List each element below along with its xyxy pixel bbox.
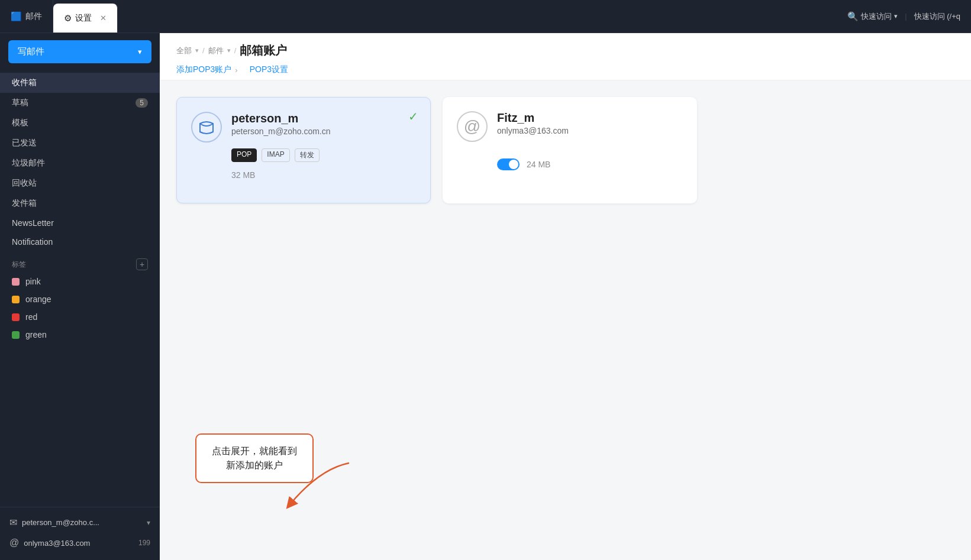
quick-access-label: 快速访问 (861, 11, 892, 22)
subnav-pop3-settings[interactable]: POP3设置 (250, 64, 288, 80)
breadcrumb-current: 邮箱账户 (240, 43, 287, 59)
sep1: / (202, 46, 205, 55)
card-header-peterson: peterson_m peterson_m@zoho.com.cn (191, 112, 416, 143)
account-163-badge: 199 (138, 539, 150, 547)
label-red[interactable]: red (0, 308, 160, 326)
sidebar-item-spam[interactable]: 垃圾邮件 (0, 153, 160, 173)
chevron-down-icon: ▾ (195, 47, 199, 54)
tags-section-label: 标签 (12, 260, 26, 270)
account-zoho[interactable]: ✉ peterson_m@zoho.c... ▾ (0, 512, 160, 533)
tag-forward[interactable]: 转发 (295, 148, 320, 162)
account-card-fitz[interactable]: @ Fitz_m onlyma3@163.com 24 MB (443, 97, 697, 203)
check-icon: ✓ (408, 109, 418, 124)
card-tags-peterson: POP IMAP 转发 (231, 148, 416, 162)
account-163[interactable]: @ onlyma3@163.com 199 (0, 533, 160, 553)
subnav-add-pop3[interactable]: 添加POP3账户 › (176, 64, 238, 80)
quick-access-area: 🔍 快速访问 ▾ | 快速访问 (/+q (837, 0, 971, 33)
label-red-text: red (25, 312, 37, 322)
breadcrumb-mail[interactable]: 邮件 (208, 46, 224, 56)
subnav-arrow-icon: › (235, 66, 237, 75)
sep2: / (234, 46, 237, 55)
drafts-badge: 5 (136, 98, 148, 108)
tooltip-arrow (272, 463, 355, 513)
at-account-icon: @ (9, 538, 19, 548)
label-orange[interactable]: orange (0, 290, 160, 308)
storage-peterson: 32 MB (231, 170, 255, 180)
orange-color-dot (12, 296, 20, 303)
sidebar-item-templates-label: 模板 (12, 118, 28, 128)
main-layout: 写邮件 ▾ 收件箱 草稿 5 模板 已发送 垃圾邮件 回收站 发件箱 NewsL… (0, 33, 971, 560)
sidebar-item-drafts-label: 草稿 (12, 98, 28, 108)
subnav-add-pop3-label: 添加POP3账户 (176, 64, 231, 75)
avatar-peterson (191, 112, 222, 143)
tab-settings-label: 设置 (75, 13, 92, 24)
subnav: 添加POP3账户 › POP3设置 (160, 59, 971, 80)
sidebar-item-notification-label: Notification (12, 237, 53, 247)
account-163-label: onlyma3@163.com (24, 539, 90, 548)
card-email-peterson: peterson_m@zoho.com.cn (231, 127, 416, 136)
tag-pop[interactable]: POP (231, 148, 257, 162)
sidebar-item-newsletter-label: NewsLetter (12, 218, 54, 228)
chevron-down-icon: ▾ (894, 12, 898, 20)
tab-mail-label: 邮件 (25, 11, 42, 22)
settings-icon: ⚙ (64, 13, 72, 24)
label-green[interactable]: green (0, 326, 160, 344)
card-name-peterson: peterson_m (231, 112, 416, 125)
card-email-fitz: onlyma3@163.com (497, 126, 683, 135)
sidebar-item-newsletter[interactable]: NewsLetter (0, 213, 160, 232)
green-color-dot (12, 331, 20, 339)
topbar: 🟦 邮件 ⚙ 设置 ✕ 🔍 快速访问 ▾ | 快速访问 (/+q (0, 0, 971, 33)
compose-arrow-icon: ▾ (138, 47, 142, 56)
label-pink-text: pink (25, 277, 41, 286)
sidebar-item-sent-label: 已发送 (12, 138, 37, 148)
mail-icon: 🟦 (11, 11, 22, 22)
cards-area: peterson_m peterson_m@zoho.com.cn ✓ POP … (160, 80, 971, 560)
avatar-fitz: @ (457, 111, 488, 142)
tab-mail[interactable]: 🟦 邮件 (0, 0, 53, 33)
label-pink[interactable]: pink (0, 273, 160, 290)
card-info-fitz: Fitz_m onlyma3@163.com (497, 111, 683, 135)
sidebar-item-trash-label: 回收站 (12, 178, 37, 189)
label-orange-text: orange (25, 294, 51, 304)
sidebar-item-inbox-label: 收件箱 (12, 77, 37, 88)
breadcrumb-all[interactable]: 全部 (176, 46, 192, 56)
sidebar-bottom: ✉ peterson_m@zoho.c... ▾ @ onlyma3@163.c… (0, 507, 160, 553)
sidebar-item-inbox[interactable]: 收件箱 (0, 73, 160, 93)
sidebar-item-spam-label: 垃圾邮件 (12, 158, 45, 169)
sidebar-item-sent[interactable]: 已发送 (0, 133, 160, 153)
sidebar-item-trash[interactable]: 回收站 (0, 173, 160, 193)
card-storage-fitz: 24 MB (497, 158, 683, 170)
sidebar-item-outbox[interactable]: 发件箱 (0, 193, 160, 213)
quick-access-button[interactable]: 快速访问 ▾ (861, 11, 898, 22)
tab-settings[interactable]: ⚙ 设置 ✕ (53, 4, 118, 33)
compose-label: 写邮件 (18, 46, 44, 57)
tags-section: 标签 + (0, 251, 160, 273)
red-color-dot (12, 313, 20, 321)
tag-imap[interactable]: IMAP (262, 148, 289, 162)
expand-arrow-icon: ▾ (147, 519, 150, 527)
breadcrumb: 全部 ▾ / 邮件 ▾ / 邮箱账户 (160, 33, 971, 59)
card-storage-peterson: 32 MB (231, 170, 416, 180)
account-zoho-label: peterson_m@zoho.c... (22, 518, 99, 527)
chevron-down-icon2: ▾ (227, 47, 231, 54)
sidebar-item-notification[interactable]: Notification (0, 232, 160, 251)
sidebar-item-templates[interactable]: 模板 (0, 113, 160, 133)
mail-account-icon: ✉ (9, 517, 17, 528)
toggle-fitz[interactable] (497, 158, 520, 170)
account-card-peterson[interactable]: peterson_m peterson_m@zoho.com.cn ✓ POP … (176, 97, 431, 203)
add-tag-button[interactable]: + (136, 258, 148, 270)
card-header-fitz: @ Fitz_m onlyma3@163.com (457, 111, 683, 142)
sidebar-item-outbox-label: 发件箱 (12, 198, 37, 209)
quick-access-shortcut: 快速访问 (/+q (914, 11, 960, 22)
subnav-pop3-label: POP3设置 (250, 64, 288, 75)
pink-color-dot (12, 278, 20, 286)
storage-fitz: 24 MB (527, 160, 550, 169)
card-name-fitz: Fitz_m (497, 111, 683, 125)
sidebar: 写邮件 ▾ 收件箱 草稿 5 模板 已发送 垃圾邮件 回收站 发件箱 NewsL… (0, 33, 160, 560)
sidebar-item-drafts[interactable]: 草稿 5 (0, 93, 160, 113)
close-tab-button[interactable]: ✕ (100, 14, 107, 22)
card-info-peterson: peterson_m peterson_m@zoho.com.cn (231, 112, 416, 136)
compose-button[interactable]: 写邮件 ▾ (8, 40, 151, 63)
label-green-text: green (25, 330, 47, 339)
search-icon: 🔍 (847, 11, 859, 22)
